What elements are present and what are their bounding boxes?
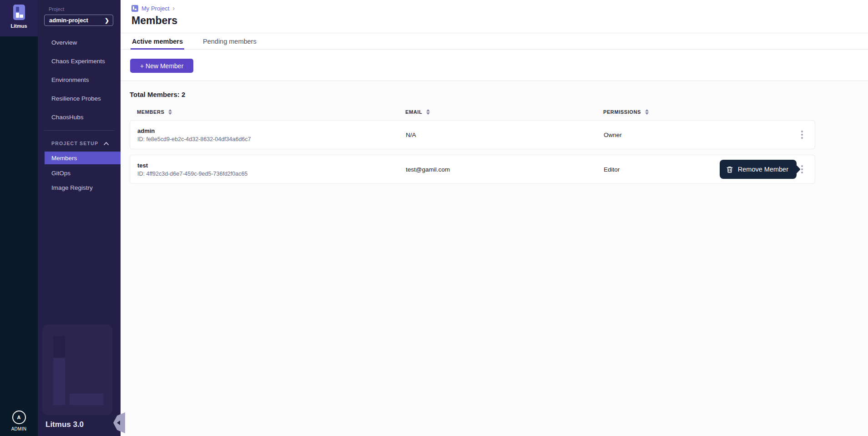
litmus-logo-icon (13, 5, 25, 20)
column-header-members[interactable]: MEMBERS (137, 109, 405, 115)
sidebar-item-label: Resilience Probes (51, 95, 101, 102)
remove-member-label: Remove Member (738, 166, 788, 173)
new-member-button[interactable]: + New Member (130, 59, 193, 73)
logo-label: Litmus (10, 23, 27, 29)
sidebar-item-label: GitOps (51, 170, 71, 177)
toolbar: + New Member (121, 50, 868, 81)
sort-icon (645, 109, 649, 115)
sidebar-nav: Overview Chaos Experiments Environments … (38, 33, 121, 127)
sidebar-item-members[interactable]: Members (45, 152, 121, 164)
logo-dot (16, 7, 19, 12)
project-icon (131, 5, 138, 12)
sidebar-item-label: Overview (51, 39, 77, 46)
table-row-admin: admin ID: fe8e5cd9-eb2c-4d32-8632-04df34… (130, 120, 815, 149)
section-label: PROJECT SETUP (51, 141, 98, 146)
sidebar-item-resilience-probes[interactable]: Resilience Probes (38, 89, 121, 108)
watermark-vbar (53, 358, 65, 405)
column-label: MEMBERS (137, 109, 164, 115)
project-setup-section-header[interactable]: PROJECT SETUP (38, 137, 121, 150)
sidebar-item-label: Chaos Experiments (51, 58, 105, 65)
sidebar-collapse-handle[interactable] (113, 412, 125, 433)
rail-spacer (0, 36, 38, 411)
column-header-email[interactable]: EMAIL (405, 109, 603, 115)
sidebar-divider (44, 130, 114, 131)
project-select[interactable]: admin-project ❯ (44, 15, 113, 26)
sidebar-item-label: Image Registry (51, 184, 93, 191)
sort-icon (426, 109, 430, 115)
version-label: Litmus 3.0 (45, 420, 84, 429)
project-select-value: admin-project (49, 17, 88, 24)
sort-icon (168, 109, 172, 115)
member-name-cell: test ID: 4ff92c3d-d6e7-459c-9ed5-736fd2f… (137, 162, 406, 177)
litmus-watermark-logo (42, 324, 112, 415)
sidebar: Project admin-project ❯ Overview Chaos E… (38, 0, 121, 436)
member-id: ID: fe8e5cd9-eb2c-4d32-8632-04df34a6d6c7 (137, 136, 406, 142)
member-name: test (137, 162, 406, 169)
sidebar-item-image-registry[interactable]: Image Registry (38, 181, 121, 194)
trash-icon (726, 166, 733, 173)
tab-active-members[interactable]: Active members (131, 33, 183, 49)
breadcrumb-link[interactable]: My Project (141, 5, 169, 12)
member-email: test@gamil.com (406, 166, 604, 173)
avatar[interactable]: A (12, 411, 26, 424)
table-row-test: test ID: 4ff92c3d-d6e7-459c-9ed5-736fd2f… (130, 155, 815, 184)
members-section: Total Members: 2 MEMBERS EMAIL PERMISSIO… (121, 81, 868, 436)
row-actions (777, 129, 815, 141)
total-members-label: Total Members: 2 (130, 91, 868, 98)
member-permission: Owner (604, 132, 777, 138)
sidebar-item-overview[interactable]: Overview (38, 33, 121, 52)
member-name-cell: admin ID: fe8e5cd9-eb2c-4d32-8632-04df34… (137, 127, 406, 142)
project-block: Project admin-project ❯ (38, 0, 121, 26)
member-email: N/A (406, 132, 604, 138)
sidebar-item-gitops[interactable]: GitOps (38, 166, 121, 180)
user-name-label: ADMIN (11, 426, 27, 431)
remove-member-menu-item[interactable]: Remove Member (720, 160, 797, 179)
project-label: Project (49, 6, 114, 12)
member-name: admin (137, 127, 406, 134)
sidebar-item-environments[interactable]: Environments (38, 71, 121, 89)
sidebar-item-label: Members (51, 155, 77, 162)
logo-hbar (20, 15, 23, 18)
watermark-dot (53, 336, 65, 357)
page-title: Members (121, 12, 868, 27)
left-rail: Litmus A ADMIN (0, 0, 38, 436)
breadcrumb: My Project › (121, 0, 868, 12)
column-label: PERMISSIONS (603, 109, 641, 115)
chevron-up-icon (104, 142, 109, 145)
tab-pending-members[interactable]: Pending members (202, 33, 257, 49)
main-content: My Project › Members Active members Pend… (121, 0, 868, 436)
watermark-hbar (70, 394, 103, 405)
chevron-right-icon: ❯ (105, 17, 109, 24)
column-label: EMAIL (405, 109, 422, 115)
litmus-logo-block[interactable]: Litmus (0, 0, 38, 36)
sidebar-item-label: ChaosHubs (51, 114, 84, 121)
kebab-menu-icon[interactable] (799, 129, 805, 141)
column-header-permissions[interactable]: PERMISSIONS (603, 109, 776, 115)
table-header-row: MEMBERS EMAIL PERMISSIONS (130, 109, 815, 115)
logo-vbar (16, 13, 19, 18)
user-block[interactable]: A ADMIN (0, 411, 38, 436)
sidebar-item-label: Environments (51, 76, 89, 83)
sidebar-item-chaos-experiments[interactable]: Chaos Experiments (38, 52, 121, 71)
member-id: ID: 4ff92c3d-d6e7-459c-9ed5-736fd2f0ac65 (137, 171, 406, 177)
collapse-arrow-icon (117, 421, 120, 425)
sidebar-item-chaoshubs[interactable]: ChaosHubs (38, 108, 121, 127)
app-window: Litmus A ADMIN Project admin-project ❯ O… (0, 0, 868, 436)
chevron-right-icon: › (172, 5, 175, 12)
tabs-bar: Active members Pending members (121, 33, 868, 50)
